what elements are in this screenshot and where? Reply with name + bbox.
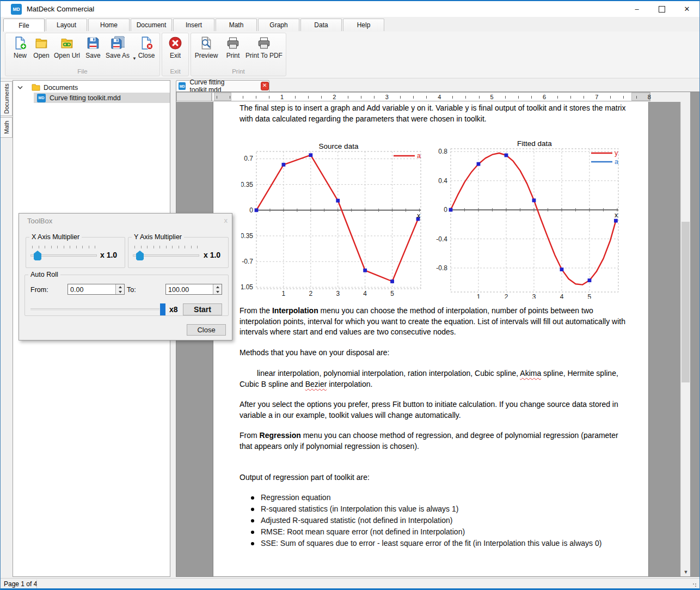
from-value: 0.00: [70, 286, 83, 294]
auto-roll-slider-track[interactable]: [30, 308, 159, 311]
printer-pdf-icon: [257, 35, 272, 50]
from-spin-buttons[interactable]: [115, 284, 124, 294]
slider-tick: [76, 246, 77, 248]
from-spinbox[interactable]: 0.00: [67, 284, 125, 295]
resize-grip[interactable]: [692, 583, 698, 588]
ribbon-tab-document[interactable]: Document: [131, 19, 172, 31]
text: The final step is to insert a graph and …: [240, 104, 625, 123]
ruler-tick: [623, 96, 624, 99]
ruler-tick: [479, 96, 480, 99]
slider-tick: [147, 246, 148, 248]
auto-roll-slider-thumb[interactable]: [160, 303, 165, 315]
spin-up-icon[interactable]: [116, 284, 124, 289]
save-button[interactable]: Save: [81, 35, 106, 59]
paragraph: linear interpolation, polynomial interpo…: [240, 368, 627, 390]
matdeck-window: MD MatDeck Commercial – ✕ FileLayoutHome…: [0, 0, 700, 590]
document-page[interactable]: The final step is to insert a graph and …: [213, 102, 649, 576]
spin-down-icon[interactable]: [116, 289, 124, 294]
spin-up-icon[interactable]: [213, 284, 222, 289]
preview-button[interactable]: Preview: [192, 35, 220, 59]
side-tab-documents[interactable]: Documents: [1, 81, 13, 116]
save-as-icon: [110, 35, 125, 50]
fitted-data-chart: 0.80.40-0.4-0.812345Fitted datayax: [434, 141, 622, 301]
ruler-tick: [230, 96, 230, 99]
tree-file-row[interactable]: MD Curve fitting toolkit.mdd: [34, 93, 170, 103]
close-window-button[interactable]: ✕: [674, 1, 699, 17]
spin-down-icon[interactable]: [213, 289, 222, 294]
spellcheck-word: Akima: [520, 369, 541, 378]
print-to-pdf-button[interactable]: Print To PDF: [244, 35, 284, 59]
ruler-tick: [295, 96, 296, 99]
print-button[interactable]: Print: [222, 35, 244, 59]
ruler-tick: [452, 96, 453, 99]
save-as-button[interactable]: Save As: [103, 35, 132, 59]
to-spinbox[interactable]: 100.00: [165, 284, 222, 295]
document-tab[interactable]: MD Curve fitting toolkit.mdd ✕: [176, 80, 269, 92]
ruler-tick: [531, 96, 532, 99]
legend-label: a: [615, 158, 618, 166]
svg-text:-0.7: -0.7: [242, 258, 253, 265]
document-frame: 12345678 The final step is to insert a g…: [176, 92, 700, 577]
close-document-button-label: Close: [138, 52, 155, 59]
ruler-tick: [505, 96, 506, 99]
y-axis-slider-ticks: [134, 246, 197, 249]
ribbon-tab-insert[interactable]: Insert: [173, 19, 214, 31]
svg-text:1: 1: [477, 293, 481, 299]
paragraph: Output of regression part of toolkit are…: [240, 472, 627, 483]
to-label: To:: [127, 286, 136, 294]
text: linear interpolation, polynomial interpo…: [257, 369, 520, 378]
printer-icon: [226, 35, 241, 50]
bullet-item: SSE: Sum of squares due to error - least…: [240, 538, 627, 549]
start-button[interactable]: Start: [183, 303, 222, 315]
ribbon-tab-layout[interactable]: Layout: [46, 19, 87, 31]
toolbox-dialog[interactable]: ToolBox x X Axis Multiplier x 1.0 Y Axis…: [19, 213, 232, 340]
ruler-number: 8: [648, 94, 651, 100]
chevron-down-icon[interactable]: [17, 86, 23, 89]
toolbar-group-exit-label: Exit: [162, 68, 188, 75]
minimize-button[interactable]: –: [624, 1, 649, 17]
tree-folder-label: Documents: [44, 84, 78, 92]
ruler-number: 4: [438, 94, 441, 100]
x-axis-slider-thumb[interactable]: [34, 251, 41, 260]
window-title: MatDeck Commercial: [27, 5, 94, 13]
to-spin-buttons[interactable]: [213, 284, 222, 294]
tree-folder-row[interactable]: Documents: [13, 82, 170, 93]
toolbox-close-icon[interactable]: x: [224, 216, 228, 224]
toolbox-close-button[interactable]: Close: [187, 324, 226, 336]
close-document-button[interactable]: Close: [134, 35, 159, 59]
svg-text:-1.05: -1.05: [241, 283, 253, 291]
open-url-button[interactable]: Open Url: [52, 35, 82, 59]
toolbar-group-print: Preview Print Print To PDF Print: [191, 33, 286, 76]
scrollbar-thumb[interactable]: [681, 222, 690, 382]
ruler-corner-block: [176, 92, 212, 101]
document-tab-close-icon[interactable]: ✕: [261, 82, 269, 90]
ribbon-tab-home[interactable]: Home: [88, 19, 130, 31]
bold-text: Regression: [260, 431, 301, 440]
exit-button[interactable]: Exit: [163, 35, 188, 59]
ribbon-toolbar: New Open Open Url Save: [1, 32, 699, 78]
svg-text:0.8: 0.8: [438, 148, 447, 155]
ribbon-tab-file[interactable]: File: [3, 19, 45, 32]
side-tab-math[interactable]: Math: [1, 117, 13, 138]
from-label: From:: [30, 286, 48, 294]
scroll-down-icon[interactable]: ▼: [681, 567, 690, 576]
bullet-item: R-squared statistics (in Interpolation t…: [240, 503, 627, 515]
print-button-label: Print: [226, 52, 240, 59]
toolbar-group-exit: Exit Exit: [162, 33, 189, 76]
window-titlebar: MD MatDeck Commercial – ✕: [1, 1, 699, 17]
bullet-list: Regression equationR-squared statistics …: [240, 492, 627, 549]
ribbon-tab-help[interactable]: Help: [343, 19, 384, 31]
svg-text:0: 0: [249, 206, 253, 214]
ribbon-tab-graph[interactable]: Graph: [258, 19, 299, 31]
y-axis-multiplier-value: x 1.0: [204, 251, 220, 259]
slider-tick: [153, 246, 154, 248]
vertical-scrollbar[interactable]: ▲ ▼: [680, 102, 690, 576]
y-axis-slider-thumb[interactable]: [136, 251, 144, 260]
exit-icon: [168, 35, 183, 50]
open-button[interactable]: Open: [29, 35, 54, 59]
ribbon-tab-math[interactable]: Math: [216, 19, 257, 31]
ribbon-tab-data[interactable]: Data: [300, 19, 342, 31]
ribbon-tab-bar: FileLayoutHomeDocumentInsertMathGraphDat…: [1, 17, 699, 32]
maximize-button[interactable]: [649, 1, 674, 17]
exit-button-label: Exit: [170, 52, 181, 59]
